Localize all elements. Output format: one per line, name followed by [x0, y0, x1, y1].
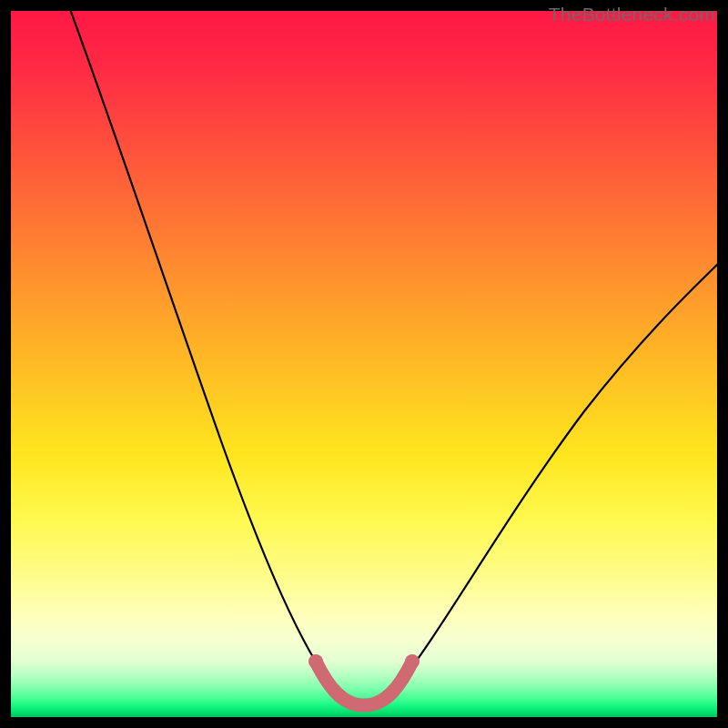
main-curve-path	[67, 11, 717, 707]
highlight-dot-right	[405, 654, 420, 669]
highlight-dot-left	[308, 654, 323, 669]
bottom-highlight-path	[316, 662, 412, 705]
plot-area	[11, 11, 717, 717]
curve-svg	[11, 11, 717, 717]
highlight-dot-mid-right	[381, 690, 394, 703]
chart-frame: TheBottleneck.com	[0, 0, 728, 728]
highlight-dot-mid-left	[334, 690, 347, 703]
watermark-text: TheBottleneck.com	[549, 4, 715, 25]
